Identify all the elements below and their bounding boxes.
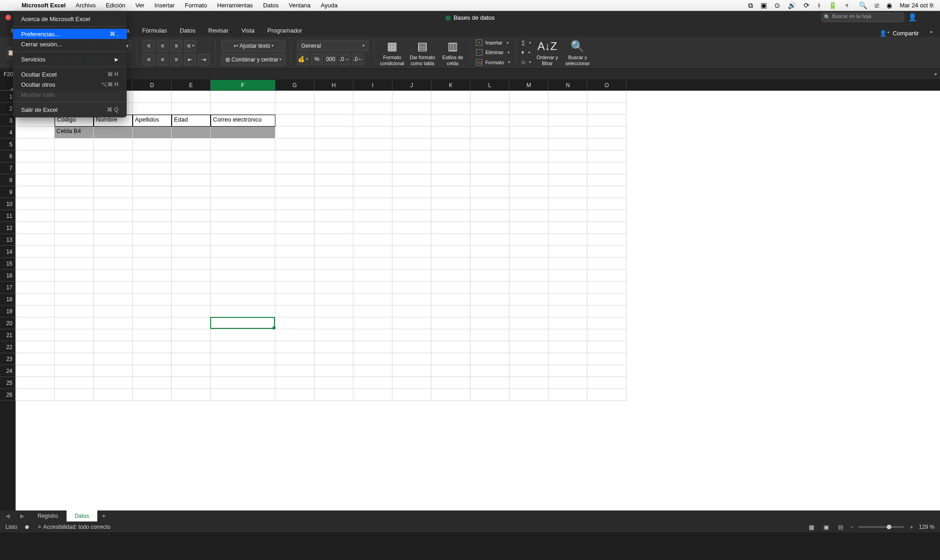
cell[interactable] [211,91,275,103]
cell[interactable] [431,389,470,401]
cell[interactable] [172,222,211,234]
cell[interactable] [588,222,627,234]
cell[interactable] [509,162,548,174]
cell[interactable] [509,127,548,139]
cell[interactable] [431,270,470,282]
cell[interactable] [353,389,392,401]
cell[interactable] [588,162,627,174]
cell[interactable] [353,103,392,115]
cell[interactable] [548,222,588,234]
volume-icon[interactable]: 🔊 [788,1,796,10]
cell[interactable] [431,365,470,377]
cell[interactable] [94,329,133,341]
zoom-out-button[interactable]: − [850,524,854,530]
cell[interactable] [16,377,55,389]
cell[interactable]: Apellidos [133,115,172,127]
menubar-app[interactable]: Microsoft Excel [17,0,71,11]
cell[interactable] [55,341,94,353]
cell[interactable] [470,246,509,258]
cell[interactable] [133,198,172,210]
row-header-17[interactable]: 17 [0,282,16,294]
cell[interactable] [353,341,392,353]
cell[interactable] [94,234,133,246]
cell[interactable] [172,127,211,139]
cell[interactable] [392,222,431,234]
cell[interactable] [133,210,172,222]
zoom-in-button[interactable]: ＋ [909,523,914,531]
menu-quit[interactable]: Salir de Excel⌘ Q [13,105,127,115]
row-header-14[interactable]: 14 [0,246,16,258]
cell[interactable] [509,222,548,234]
cell[interactable] [16,353,55,365]
ribbon-tab-programador[interactable]: Programador [261,24,309,37]
cell[interactable] [94,294,133,305]
cell[interactable] [172,282,211,294]
cell[interactable] [133,377,172,389]
menubar-archivo[interactable]: Archivo [71,0,101,11]
cell[interactable] [16,234,55,246]
cell[interactable]: Correo electrónico [211,115,275,127]
cell[interactable] [94,186,133,198]
wrap-text-button[interactable]: ↩ Ajustar texto▾ [221,40,285,52]
cell[interactable] [16,150,55,162]
row-header-6[interactable]: 6 [0,150,16,162]
cell[interactable] [94,150,133,162]
cell[interactable] [275,150,314,162]
insert-cells-button[interactable]: ＋Insertar▾ [476,39,510,47]
row-header-23[interactable]: 23 [0,353,16,365]
cell[interactable] [172,234,211,246]
cell[interactable] [94,210,133,222]
cell[interactable] [509,365,548,377]
cell[interactable] [94,258,133,270]
cell[interactable] [392,294,431,305]
cell[interactable] [548,103,588,115]
increase-indent-button[interactable]: ⇥ [198,54,210,66]
row-header-20[interactable]: 20 [0,317,16,329]
align-middle-button[interactable]: ≡ [157,40,168,52]
cell[interactable]: Edad [172,115,211,127]
cell[interactable] [431,329,470,341]
cell[interactable] [314,377,353,389]
cell[interactable] [133,91,172,103]
cell[interactable] [16,270,55,282]
cell[interactable] [548,150,588,162]
cell[interactable] [470,377,509,389]
cell[interactable] [353,150,392,162]
cell[interactable] [353,210,392,222]
cell[interactable] [392,377,431,389]
sync-icon[interactable]: ⟳ [804,1,810,10]
cell[interactable] [275,210,314,222]
cell[interactable] [55,234,94,246]
cell[interactable] [172,210,211,222]
row-header-19[interactable]: 19 [0,305,16,317]
cell[interactable] [172,150,211,162]
cell[interactable] [548,258,588,270]
cell[interactable] [172,162,211,174]
menubar-datos[interactable]: Datos [258,0,284,11]
cell[interactable] [509,186,548,198]
cell[interactable] [55,174,94,186]
spotlight-icon[interactable]: 🔍 [859,1,867,10]
ribbon-tab-datos[interactable]: Datos [173,24,202,37]
cell[interactable] [314,174,353,186]
cell[interactable] [133,329,172,341]
cell[interactable] [314,103,353,115]
zoom-level[interactable]: 129 % [919,524,934,530]
cell[interactable] [275,365,314,377]
cell[interactable] [94,317,133,329]
cell[interactable] [55,317,94,329]
row-header-11[interactable]: 11 [0,210,16,222]
cell[interactable] [392,234,431,246]
cell[interactable] [431,294,470,305]
cell[interactable] [314,162,353,174]
cell[interactable] [55,246,94,258]
menu-signout[interactable]: Cerrar sesión... [13,39,127,49]
cell[interactable] [275,234,314,246]
cell[interactable] [55,139,94,150]
macro-record-icon[interactable]: ⏺ [24,524,30,530]
cell[interactable] [470,305,509,317]
cell[interactable] [55,210,94,222]
cell[interactable] [314,317,353,329]
cell[interactable] [55,377,94,389]
sheet-prev-button[interactable]: ◀ [6,513,10,519]
